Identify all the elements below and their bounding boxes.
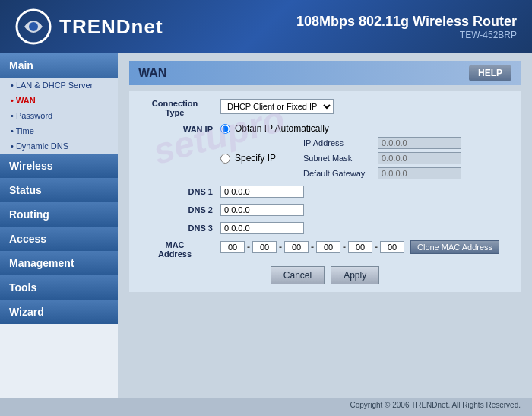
- mac-field-5[interactable]: [348, 241, 372, 253]
- ip-address-input[interactable]: [378, 137, 461, 149]
- ip-address-row: IP Address: [303, 137, 461, 149]
- clone-mac-button[interactable]: Clone MAC Address: [410, 240, 499, 254]
- mac-field-1[interactable]: [220, 241, 245, 253]
- obtain-ip-label: Obtain IP Automatically: [235, 123, 329, 134]
- sidebar-item-password[interactable]: • Password: [0, 108, 118, 123]
- mac-sep-4: -: [343, 242, 346, 252]
- dns3-label: DNS 3: [137, 222, 220, 233]
- sidebar-section-tools[interactable]: Tools: [0, 275, 118, 300]
- content-area: WAN HELP ConnectionType DHCP Client or F…: [118, 53, 532, 398]
- subnet-mask-row: Subnet Mask: [303, 152, 461, 164]
- mac-address-row: MACAddress - - - - - Clone MAC Address: [137, 240, 513, 259]
- dns2-input[interactable]: [220, 204, 304, 216]
- default-gateway-input[interactable]: [378, 167, 461, 179]
- default-gateway-row: Default Gateway: [303, 167, 461, 179]
- mac-address-label: MACAddress: [137, 240, 220, 259]
- mac-field-4[interactable]: [316, 241, 340, 253]
- product-model: TEW-452BRP: [296, 30, 517, 40]
- sidebar-section-status[interactable]: Status: [0, 178, 118, 202]
- sidebar: Main • LAN & DHCP Server • WAN • Passwor…: [0, 53, 118, 398]
- obtain-ip-radio[interactable]: [220, 124, 230, 134]
- connection-type-label: ConnectionType: [137, 99, 220, 117]
- sidebar-section-access[interactable]: Access: [0, 227, 118, 251]
- mac-field-3[interactable]: [284, 241, 309, 253]
- sidebar-section-main[interactable]: Main: [0, 53, 118, 78]
- help-button[interactable]: HELP: [469, 65, 511, 81]
- default-gateway-label: Default Gateway: [303, 169, 372, 178]
- specify-ip-label: Specify IP: [235, 153, 276, 164]
- product-info: 108Mbps 802.11g Wireless Router TEW-452B…: [296, 14, 517, 40]
- trendnet-logo-icon: [15, 8, 52, 45]
- mac-sep-2: -: [279, 242, 282, 252]
- product-name: 108Mbps 802.11g Wireless Router: [296, 14, 517, 30]
- dns1-label: DNS 1: [137, 186, 220, 196]
- mac-field-2[interactable]: [252, 241, 277, 253]
- action-buttons: Cancel Apply: [137, 266, 513, 284]
- wan-ip-options: Obtain IP Automatically Specify IP IP Ad…: [220, 123, 461, 179]
- form-panel: ConnectionType DHCP Client or Fixed IP W…: [129, 91, 521, 292]
- sidebar-sub-main: • LAN & DHCP Server • WAN • Password • T…: [0, 78, 118, 154]
- mac-sep-5: -: [375, 242, 378, 252]
- connection-type-row: ConnectionType DHCP Client or Fixed IP: [137, 99, 513, 117]
- sidebar-section-routing[interactable]: Routing: [0, 202, 118, 227]
- sidebar-section-wireless[interactable]: Wireless: [0, 154, 118, 178]
- connection-type-select[interactable]: DHCP Client or Fixed IP: [220, 99, 334, 114]
- connection-type-value: DHCP Client or Fixed IP: [220, 99, 334, 114]
- ip-address-label: IP Address: [303, 138, 372, 148]
- header: TRENDnet 108Mbps 802.11g Wireless Router…: [0, 0, 532, 53]
- sidebar-section-management[interactable]: Management: [0, 251, 118, 275]
- dns1-row: DNS 1: [137, 186, 513, 198]
- dns3-row: DNS 3: [137, 222, 513, 234]
- brand-name: TRENDnet: [59, 15, 163, 39]
- sidebar-item-wan[interactable]: • WAN: [0, 93, 118, 108]
- dns3-input[interactable]: [220, 222, 304, 234]
- sidebar-item-dynamic-dns[interactable]: • Dynamic DNS: [0, 138, 118, 154]
- subnet-mask-input[interactable]: [378, 152, 461, 164]
- specify-ip-row: Specify IP IP Address Subnet Mask: [220, 137, 461, 179]
- page-title: WAN: [138, 66, 166, 80]
- mac-sep-3: -: [311, 242, 314, 252]
- apply-button[interactable]: Apply: [331, 266, 379, 284]
- dns2-row: DNS 2: [137, 204, 513, 216]
- mac-field-6[interactable]: [380, 241, 404, 253]
- wan-ip-label: WAN IP: [137, 123, 220, 134]
- dns2-label: DNS 2: [137, 204, 220, 214]
- sidebar-item-lan-dhcp[interactable]: • LAN & DHCP Server: [0, 78, 118, 93]
- sidebar-item-time[interactable]: • Time: [0, 123, 118, 138]
- obtain-ip-row: Obtain IP Automatically: [220, 123, 461, 134]
- sidebar-section-wizard[interactable]: Wizard: [0, 300, 118, 324]
- mac-address-group: - - - - - Clone MAC Address: [220, 240, 499, 254]
- subnet-mask-label: Subnet Mask: [303, 154, 372, 163]
- dns1-input[interactable]: [220, 186, 304, 198]
- svg-point-1: [29, 22, 38, 31]
- page-title-bar: WAN HELP: [129, 61, 521, 85]
- cancel-button[interactable]: Cancel: [271, 266, 325, 284]
- footer-text: Copyright © 2006 TRENDnet. All Rights Re…: [350, 401, 521, 409]
- mac-sep-1: -: [247, 242, 250, 252]
- footer: Copyright © 2006 TRENDnet. All Rights Re…: [0, 398, 532, 416]
- specify-ip-radio[interactable]: [220, 154, 230, 164]
- wan-ip-row: WAN IP Obtain IP Automatically Specify I…: [137, 123, 513, 179]
